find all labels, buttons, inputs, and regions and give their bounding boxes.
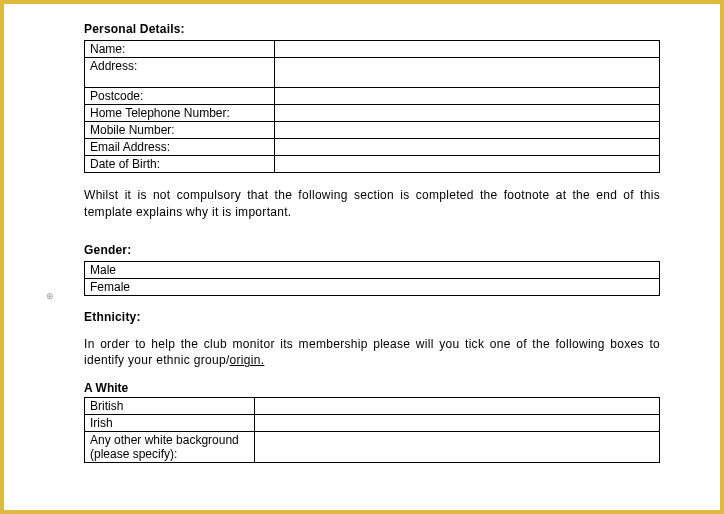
table-row: Female — [85, 278, 660, 295]
label-other-white: Any other white background (please speci… — [85, 432, 255, 463]
label-mobile: Mobile Number: — [85, 122, 275, 139]
document-frame: Personal Details: Name: Address: Postcod… — [0, 0, 724, 514]
label-british: British — [85, 398, 255, 415]
field-other-white[interactable] — [255, 432, 660, 463]
table-row: British — [85, 398, 660, 415]
label-home-telephone: Home Telephone Number: — [85, 105, 275, 122]
compulsory-note-paragraph: Whilst it is not compulsory that the fol… — [84, 187, 660, 221]
underlined-origin: origin. — [230, 353, 265, 367]
label-male: Male — [85, 261, 660, 278]
label-dob: Date of Birth: — [85, 156, 275, 173]
ethnicity-white-table: British Irish Any other white background… — [84, 397, 660, 463]
table-row: Email Address: — [85, 139, 660, 156]
table-row: Date of Birth: — [85, 156, 660, 173]
table-row: Address: — [85, 58, 660, 88]
label-address: Address: — [85, 58, 275, 88]
table-row: Home Telephone Number: — [85, 105, 660, 122]
table-row: Male — [85, 261, 660, 278]
table-row: Irish — [85, 415, 660, 432]
field-home-telephone[interactable] — [275, 105, 660, 122]
heading-personal-details: Personal Details: — [84, 22, 660, 36]
gender-table: Male Female — [84, 261, 660, 296]
table-row: Mobile Number: — [85, 122, 660, 139]
personal-details-table: Name: Address: Postcode: Home Telephone … — [84, 40, 660, 173]
field-email[interactable] — [275, 139, 660, 156]
label-female: Female — [85, 278, 660, 295]
label-postcode: Postcode: — [85, 88, 275, 105]
field-name[interactable] — [275, 41, 660, 58]
label-irish: Irish — [85, 415, 255, 432]
anchor-icon: ⊕ — [46, 291, 54, 301]
heading-gender: Gender: — [84, 243, 660, 257]
field-mobile[interactable] — [275, 122, 660, 139]
ethnicity-intro-paragraph: In order to help the club monitor its me… — [84, 336, 660, 370]
field-british[interactable] — [255, 398, 660, 415]
field-dob[interactable] — [275, 156, 660, 173]
heading-ethnicity: Ethnicity: — [84, 310, 660, 324]
field-address[interactable] — [275, 58, 660, 88]
table-row: Postcode: — [85, 88, 660, 105]
label-email: Email Address: — [85, 139, 275, 156]
field-irish[interactable] — [255, 415, 660, 432]
field-postcode[interactable] — [275, 88, 660, 105]
label-name: Name: — [85, 41, 275, 58]
table-row: Any other white background (please speci… — [85, 432, 660, 463]
table-row: Name: — [85, 41, 660, 58]
heading-a-white: A White — [84, 381, 660, 395]
